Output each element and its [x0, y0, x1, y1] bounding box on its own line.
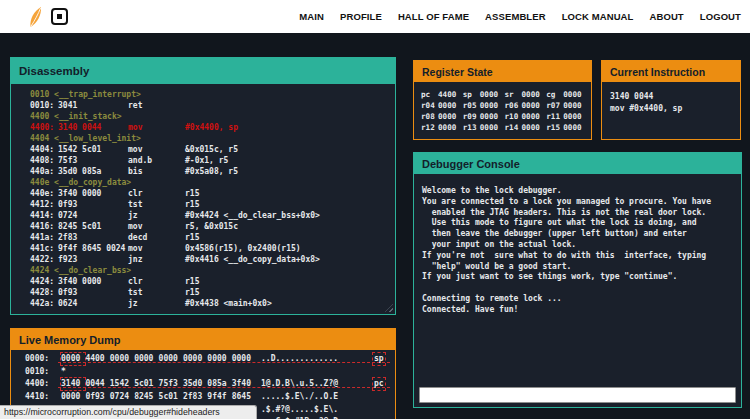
- console-line: If you just want to see things work, typ…: [422, 272, 733, 283]
- nav: MAINPROFILEHALL OF FAMEASSEMBLERLOCK MAN…: [299, 11, 750, 22]
- nav-item-profile[interactable]: PROFILE: [340, 11, 382, 22]
- register-state-panel: Register State pc4400sp0000sr0000cg0000r…: [413, 60, 592, 140]
- register-r10: r100000: [505, 111, 544, 122]
- console-input[interactable]: [419, 387, 736, 403]
- register-r12: r120000: [421, 122, 460, 133]
- register-pc: pc4400: [421, 89, 460, 100]
- memory-row: 0010:*: [11, 366, 395, 379]
- register-state-header: Register State: [414, 61, 591, 82]
- console-line: then leave the debugger (upper left butt…: [422, 229, 733, 240]
- register-r07: r070000: [546, 100, 585, 111]
- debugger-page: MAINPROFILEHALL OF FAMEASSEMBLERLOCK MAN…: [0, 0, 750, 419]
- register-r11: r110000: [546, 111, 585, 122]
- console-line: Use this mode to figure out what the loc…: [422, 218, 733, 229]
- disassembly-instruction[interactable]: 4428:0f93tstr15: [11, 287, 395, 298]
- memory-row: 4400:3140004415425c0175f335d0085a3f401@.…: [11, 378, 395, 391]
- current-instruction-panel: Current Instruction 3140 0044 mov #0x440…: [601, 60, 741, 140]
- nav-item-hall-of-fame[interactable]: HALL OF FAME: [398, 11, 469, 22]
- register-r15: r150000: [546, 122, 585, 133]
- top-header-bar: MAINPROFILEHALL OF FAMEASSEMBLERLOCK MAN…: [0, 0, 750, 33]
- nav-item-about[interactable]: ABOUT: [649, 11, 683, 22]
- console-line: your input on the actual lock.: [422, 240, 733, 251]
- console-output: Welcome to the lock debugger.You are con…: [414, 174, 741, 385]
- disassembly-instruction-current[interactable]: 4400:3140 0044mov#0x4400, sp: [11, 122, 395, 133]
- console-line: Welcome to the lock debugger.: [422, 186, 733, 197]
- pointer-badge-pc: pc: [373, 378, 385, 390]
- disassembly-instruction[interactable]: 0010:3041ret: [11, 100, 395, 111]
- register-r13: r130000: [463, 122, 502, 133]
- disassembly-label: 4404 <__low_level_init>: [11, 133, 395, 144]
- console-line: Connected. Have fun!: [422, 305, 733, 316]
- register-r06: r060000: [505, 100, 544, 111]
- disassembly-instruction[interactable]: 4414:0724jz#0x4424 <__do_clear_bss+0x0>: [11, 210, 395, 221]
- disassembly-instruction[interactable]: 4416:8245 5c01movr5, &0x015c: [11, 221, 395, 232]
- console-line: If you're not sure what to do with this …: [422, 251, 733, 262]
- console-line: [422, 283, 733, 294]
- disassembly-instruction[interactable]: 440e:3f40 0000clrr15: [11, 188, 395, 199]
- disassembly-instruction[interactable]: 4424:3f40 0000clrr15: [11, 276, 395, 287]
- status-url-tooltip: https://microcorruption.com/cpu/debugger…: [0, 405, 257, 419]
- disassembly-instruction[interactable]: 4422:f923jnz#0x4416 <__do_copy_data+0x8>: [11, 254, 395, 265]
- disassembly-instruction[interactable]: 441a:2f83decdr15: [11, 232, 395, 243]
- nav-item-logout[interactable]: LOGOUT: [700, 11, 741, 22]
- disassembly-instruction[interactable]: 4404:1542 5c01mov&0x015c, r5: [11, 144, 395, 155]
- disassembly-instruction[interactable]: 441c:9f4f 8645 0024mov0x4586(r15), 0x240…: [11, 243, 395, 254]
- square-logo-icon: [51, 8, 68, 25]
- disassembly-instruction[interactable]: 4408:75f3and.b#-0x1, r5: [11, 155, 395, 166]
- register-r04: r040000: [421, 100, 460, 111]
- memory-dump-header: Live Memory Dump: [11, 329, 395, 350]
- nav-item-lock-manual[interactable]: LOCK MANUAL: [562, 11, 634, 22]
- memory-row: 0000:00004400000000000000000000000000..D…: [11, 353, 395, 366]
- debugger-console-header: Debugger Console: [414, 153, 741, 174]
- console-line: Connecting to remote lock ...: [422, 294, 733, 305]
- current-instruction-hex: 3140 0044: [610, 91, 740, 103]
- disassembly-label: 0010 <__trap_interrupt>: [11, 89, 395, 100]
- register-r05: r050000: [463, 100, 502, 111]
- disassembly-instruction[interactable]: 4412:0f93tstr15: [11, 199, 395, 210]
- feather-icon: [28, 6, 43, 28]
- register-cg: cg0000: [546, 89, 585, 100]
- disassembly-label: 4400 <__init_stack>: [11, 111, 395, 122]
- logo-group: [0, 6, 68, 28]
- nav-item-assembler[interactable]: ASSEMBLER: [485, 11, 546, 22]
- disassembly-label: 440e <__do_copy_data>: [11, 177, 395, 188]
- memory-row: 4410:00000f93072482455c012f839f4f8645...…: [11, 391, 395, 404]
- console-line: enabled the JTAG headers. This is not th…: [422, 208, 733, 219]
- disassembly-instruction[interactable]: 442a:0624jz#0x4438 <main+0x0>: [11, 298, 395, 309]
- register-grid: pc4400sp0000sr0000cg0000r040000r050000r0…: [421, 89, 585, 133]
- register-r14: r140000: [505, 122, 544, 133]
- debugger-console-panel: Debugger Console Welcome to the lock deb…: [413, 152, 742, 408]
- disassembly-lines: 0010 <__trap_interrupt>0010:3041ret4400 …: [11, 84, 395, 314]
- register-r09: r090000: [463, 111, 502, 122]
- current-instruction-text: mov #0x4400, sp: [610, 103, 740, 115]
- disassembly-instruction[interactable]: 440a:35d0 085abis#0x5a08, r5: [11, 166, 395, 177]
- register-r08: r080000: [421, 111, 460, 122]
- console-line: "help" would be a good start.: [422, 262, 733, 273]
- register-sp: sp0000: [463, 89, 502, 100]
- current-instruction-header: Current Instruction: [602, 61, 740, 82]
- register-sr: sr0000: [505, 89, 544, 100]
- disassembly-label: 4424 <__do_clear_bss>: [11, 265, 395, 276]
- nav-item-main[interactable]: MAIN: [299, 11, 324, 22]
- console-line: You are connected to a lock you managed …: [422, 197, 733, 208]
- disassembly-header: Disassembly: [11, 58, 395, 84]
- pointer-badge-sp: sp: [373, 353, 385, 365]
- disassembly-panel: Disassembly 0010 <__trap_interrupt>0010:…: [10, 57, 396, 315]
